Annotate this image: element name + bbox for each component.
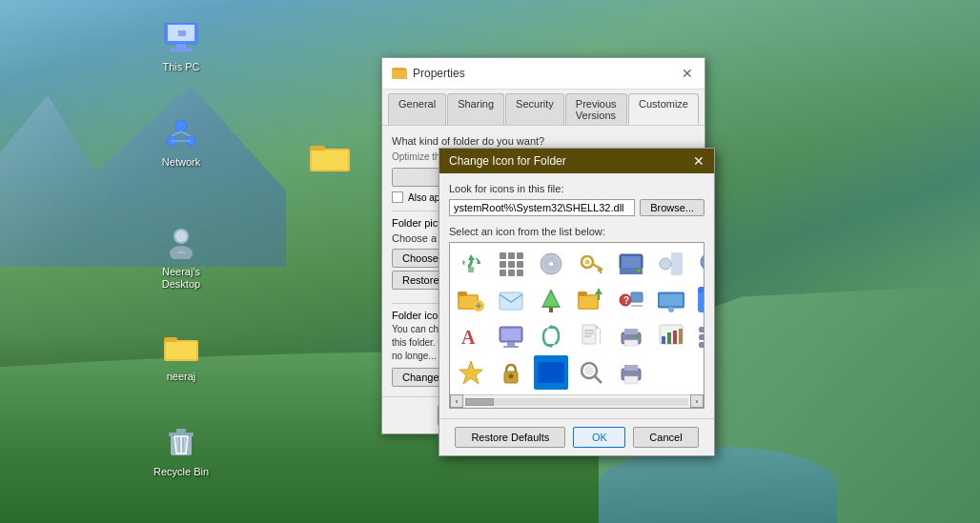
svg-rect-68 — [660, 294, 683, 306]
change-icon-dialog: Change Icon for Folder ✕ Look for icons … — [439, 148, 715, 456]
properties-tabs: General Sharing Security Previous Versio… — [382, 90, 704, 126]
icon-cell-font-a[interactable]: A — [454, 319, 488, 353]
svg-rect-36 — [622, 256, 641, 268]
look-for-icons-label: Look for icons in this file: — [449, 183, 704, 194]
svg-rect-19 — [176, 429, 186, 432]
svg-rect-93 — [699, 334, 704, 340]
folder-type-label: What kind of folder do you want? — [392, 135, 695, 147]
icon-cell-network-config[interactable] — [654, 283, 688, 317]
tab-previous-versions[interactable]: Previous Versions — [565, 93, 627, 125]
icon-grid-scrollbar: ‹ › — [450, 394, 704, 408]
icon-cell-monitor[interactable] — [494, 319, 528, 353]
icon-cell-mail[interactable] — [494, 283, 528, 317]
svg-point-40 — [660, 258, 671, 270]
icon-cell-globe-search[interactable] — [694, 247, 704, 281]
desktop-icon-neeraj[interactable]: neeraj — [148, 329, 214, 383]
svg-rect-94 — [699, 342, 704, 348]
file-path-input[interactable] — [449, 199, 635, 216]
also-apply-checkbox[interactable] — [392, 191, 403, 203]
dialog-ok-button[interactable]: OK — [573, 427, 625, 448]
tab-general[interactable]: General — [388, 93, 446, 125]
icon-cell-help-network[interactable]: ? — [614, 283, 648, 317]
svg-rect-73 — [507, 342, 515, 346]
properties-close-button[interactable]: ✕ — [680, 66, 695, 81]
restore-defaults-button[interactable]: Restore Defaults — [455, 427, 565, 448]
icon-cell-grid[interactable] — [494, 247, 528, 281]
user-icon — [165, 227, 197, 259]
desktop-folder-1[interactable] — [310, 141, 350, 176]
icon-cell-tree[interactable] — [534, 283, 568, 317]
icon-grid: ? A — [450, 243, 704, 393]
svg-rect-2 — [176, 44, 186, 49]
icon-cell-chart[interactable] — [654, 319, 688, 353]
svg-line-102 — [595, 376, 602, 383]
icon-cell-recycle[interactable] — [454, 247, 488, 281]
svg-line-9 — [181, 131, 191, 136]
recycle-bin-icon — [167, 427, 195, 459]
properties-title: Properties — [413, 67, 465, 80]
properties-titlebar: Properties ✕ — [382, 58, 704, 90]
icon-cell-blue-selected[interactable] — [534, 355, 568, 390]
neeraj-label: neeraj — [167, 371, 196, 383]
icon-cell-printer[interactable] — [614, 355, 648, 390]
svg-rect-105 — [624, 365, 638, 371]
scroll-thumb[interactable] — [465, 398, 494, 406]
browse-button[interactable]: Browse... — [640, 199, 704, 216]
desktop-icon-this-pc[interactable]: This PC — [148, 19, 214, 73]
svg-point-69 — [668, 307, 674, 312]
change-icon-close-button[interactable]: ✕ — [693, 154, 704, 168]
dialog-cancel-button[interactable]: Cancel — [633, 427, 698, 448]
svg-point-100 — [509, 374, 514, 379]
svg-rect-16 — [166, 342, 196, 359]
icon-cell-search[interactable] — [574, 355, 608, 390]
icon-cell-doc[interactable] — [574, 319, 608, 353]
select-icon-label: Select an icon from the list below: — [449, 226, 704, 237]
svg-rect-79 — [600, 329, 601, 344]
desktop-icon-network[interactable]: Network — [148, 114, 214, 169]
recycle-bin-label: Recycle Bin — [153, 466, 209, 478]
svg-rect-91 — [679, 329, 683, 344]
icon-cell-printer-net[interactable] — [614, 319, 648, 353]
svg-rect-72 — [501, 329, 521, 340]
svg-rect-3 — [171, 49, 192, 51]
icon-cell-cd[interactable] — [534, 247, 568, 281]
scroll-left-button[interactable]: ‹ — [450, 394, 463, 408]
tab-sharing[interactable]: Sharing — [447, 93, 504, 125]
svg-rect-74 — [503, 346, 519, 348]
icon-cell-lock[interactable] — [494, 355, 528, 390]
icon-cell-network-drive[interactable] — [614, 247, 648, 281]
svg-rect-65 — [631, 292, 643, 302]
icon-cell-drive-strip[interactable] — [694, 319, 704, 353]
svg-rect-88 — [662, 336, 665, 344]
scroll-right-button[interactable]: › — [690, 394, 704, 408]
desktop-icon-neerajs-desktop[interactable]: Neeraj's Desktop — [148, 224, 214, 291]
svg-rect-49 — [458, 292, 467, 296]
svg-rect-24 — [310, 146, 325, 151]
svg-marker-57 — [543, 292, 559, 306]
scroll-track[interactable] — [465, 398, 688, 406]
icon-cell-refresh[interactable] — [534, 319, 568, 353]
change-icon-title: Change Icon for Folder — [449, 154, 566, 168]
icon-cell-star[interactable] — [454, 355, 488, 390]
svg-rect-106 — [624, 376, 638, 384]
this-pc-icon — [163, 23, 199, 53]
this-pc-label: This PC — [162, 61, 199, 73]
svg-text:A: A — [461, 327, 476, 348]
tab-security[interactable]: Security — [505, 93, 564, 125]
icon-cell-folder-tools[interactable] — [454, 283, 488, 317]
svg-line-8 — [172, 131, 181, 136]
icon-cell-key[interactable] — [574, 247, 608, 281]
svg-rect-54 — [500, 292, 522, 310]
svg-point-13 — [175, 231, 187, 242]
svg-rect-77 — [582, 325, 596, 344]
icon-cell-blue-folder[interactable] — [694, 283, 704, 317]
neeraj-folder-icon — [164, 332, 198, 363]
desktop-icon-recycle-bin[interactable]: Recycle Bin — [148, 424, 214, 478]
icon-cell-upload[interactable] — [574, 283, 608, 317]
icon-cell-partial-right[interactable] — [654, 247, 688, 281]
svg-rect-4 — [178, 30, 186, 36]
change-icon-footer: Restore Defaults OK Cancel — [439, 418, 714, 455]
svg-line-32 — [592, 264, 602, 270]
svg-point-5 — [175, 120, 187, 131]
tab-customize[interactable]: Customize — [628, 93, 699, 125]
